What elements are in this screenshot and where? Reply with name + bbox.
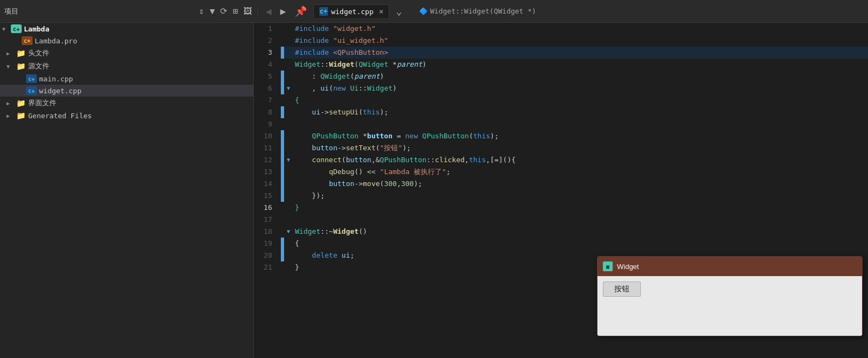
code-content-18: Widget::~Widget() — [293, 226, 868, 238]
line-num-4: 4 — [254, 59, 281, 71]
code-line-7: 7 { — [254, 94, 868, 106]
code-content-11: button->setText("按钮"); — [293, 142, 868, 154]
fold-7 — [284, 94, 293, 106]
code-content-15: }); — [293, 190, 868, 202]
code-line-2: 2 #include "ui_widget.h" — [254, 35, 868, 47]
widget-cpp-icon: c+ — [26, 86, 37, 95]
cpp-file-icon: c+ — [319, 7, 328, 16]
code-line-8: 8 ui->setupUi(this); — [254, 106, 868, 118]
fold-1 — [284, 23, 293, 35]
image-icon[interactable]: 🖼 — [243, 6, 252, 16]
fold-13 — [284, 166, 293, 178]
code-content-4: Widget::Widget(QWidget *parent) — [293, 59, 868, 71]
code-line-11: 11 button->setText("按钮"); — [254, 142, 868, 154]
code-content-13: qDebug() << "Lambda 被执行了"; — [293, 166, 868, 178]
code-content-8: ui->setupUi(this); — [293, 106, 868, 118]
fold-15 — [284, 190, 293, 202]
tree-item-main-cpp[interactable]: c+ main.cpp — [0, 73, 253, 85]
fold-12[interactable]: ▼ — [284, 154, 293, 166]
tree-item-sources[interactable]: ▼ 📁 源文件 — [0, 60, 253, 73]
fold-3 — [284, 47, 293, 59]
fold-6[interactable]: ▼ — [284, 82, 293, 94]
fold-10 — [284, 130, 293, 142]
tree-item-ui[interactable]: ▶ 📁 界面文件 — [0, 97, 253, 110]
main-content: ▼ c+ Lambda c+ Lambda.pro ▶ 📁 头文件 ▼ 📁 源文… — [0, 23, 868, 358]
fold-11 — [284, 142, 293, 154]
tree-item-widget-cpp[interactable]: c+ widget.cpp — [0, 85, 253, 97]
tree-item-lambda[interactable]: ▼ c+ Lambda — [0, 23, 253, 35]
line-num-17: 17 — [254, 214, 281, 226]
line-num-7: 7 — [254, 94, 281, 106]
code-content-7: { — [293, 94, 868, 106]
line-num-18: 18 — [254, 226, 281, 238]
forward-button[interactable]: ▶ — [278, 4, 288, 18]
line-num-2: 2 — [254, 35, 281, 47]
fold-16 — [284, 202, 293, 214]
code-content-5: : QWidget(parent) — [293, 71, 868, 82]
line-num-10: 10 — [254, 130, 281, 142]
fold-5 — [284, 71, 293, 82]
main-cpp-icon: c+ — [26, 74, 37, 83]
tree-item-headers[interactable]: ▶ 📁 头文件 — [0, 47, 253, 60]
code-content-19: { — [293, 238, 868, 250]
split-icon[interactable]: ⊞ — [233, 6, 238, 16]
widget-app-icon: ▣ — [603, 261, 613, 271]
code-content-17 — [293, 214, 868, 226]
code-content-10: QPushButton *button = new QPushButton(th… — [293, 130, 868, 142]
code-content-1: #include "widget.h" — [293, 23, 868, 35]
breadcrumb-text: Widget::Widget(QWidget *) — [430, 7, 536, 15]
line-num-14: 14 — [254, 178, 281, 190]
line-num-15: 15 — [254, 190, 281, 202]
dropdown-icon[interactable]: ⌄ — [394, 4, 404, 18]
tree-item-pro[interactable]: c+ Lambda.pro — [0, 35, 253, 47]
code-content-16: } — [293, 202, 868, 214]
tree-label-headers: 头文件 — [28, 48, 49, 58]
code-line-1: 1 #include "widget.h" — [254, 23, 868, 35]
code-line-19: 19 { — [254, 238, 868, 250]
fold-19 — [284, 238, 293, 250]
arrow-headers: ▶ — [7, 50, 15, 56]
lambda-icon: c+ — [11, 24, 22, 33]
line-num-13: 13 — [254, 166, 281, 178]
tree-label-widget-cpp: widget.cpp — [39, 87, 81, 95]
code-content-14: button->move(300,300); — [293, 178, 868, 190]
widget-title: Widget — [617, 263, 639, 271]
fold-4 — [284, 59, 293, 71]
toolbar: 项目 ⇕ ▼ ⟳ ⊞ 🖼 ◀ ▶ 📌 c+ widget.cpp × ⌄ 🔷 W… — [0, 0, 868, 23]
line-num-19: 19 — [254, 238, 281, 250]
close-tab-button[interactable]: × — [379, 7, 383, 16]
fold-18[interactable]: ▼ — [284, 226, 293, 238]
code-content-2: #include "ui_widget.h" — [293, 35, 868, 47]
code-line-12: 12 ▼ connect(button,&QPushButton::clicke… — [254, 154, 868, 166]
tree-item-generated[interactable]: ▶ 📁 Generated Files — [0, 110, 253, 122]
tree-label-sources: 源文件 — [28, 61, 49, 71]
breadcrumb-icon: 🔷 — [419, 7, 428, 15]
widget-titlebar: ▣ Widget — [597, 257, 862, 276]
code-content-9 — [293, 118, 868, 130]
code-line-13: 13 qDebug() << "Lambda 被执行了"; — [254, 166, 868, 178]
tree-label-ui: 界面文件 — [28, 98, 56, 108]
tree-label-lambda: Lambda — [24, 25, 49, 33]
sort-icon[interactable]: ⇕ — [199, 6, 204, 16]
fold-20 — [284, 250, 293, 261]
fold-2 — [284, 35, 293, 47]
arrow-generated: ▶ — [7, 113, 15, 119]
line-num-21: 21 — [254, 261, 281, 273]
line-num-12: 12 — [254, 154, 281, 166]
folder-ui-icon: 📁 — [15, 99, 26, 107]
widget-button[interactable]: 按钮 — [603, 282, 641, 297]
fold-14 — [284, 178, 293, 190]
sync-icon[interactable]: ⟳ — [220, 6, 227, 16]
line-num-5: 5 — [254, 71, 281, 82]
project-title: 项目 — [4, 7, 194, 16]
editor-toolbar: ◀ ▶ 📌 c+ widget.cpp × ⌄ 🔷 Widget::Widget… — [258, 4, 864, 18]
filter-icon[interactable]: ▼ — [210, 6, 215, 16]
pin-button[interactable]: 📌 — [293, 4, 309, 18]
back-button[interactable]: ◀ — [263, 4, 274, 18]
code-editor[interactable]: 1 #include "widget.h" 2 #include "ui_wid… — [254, 23, 868, 358]
line-num-16: 16 — [254, 202, 281, 214]
file-tab-widget-cpp[interactable]: c+ widget.cpp × — [313, 4, 390, 18]
line-num-3: 3 — [254, 47, 281, 59]
code-line-17: 17 — [254, 214, 868, 226]
folder-gen-icon: 📁 — [15, 111, 26, 120]
